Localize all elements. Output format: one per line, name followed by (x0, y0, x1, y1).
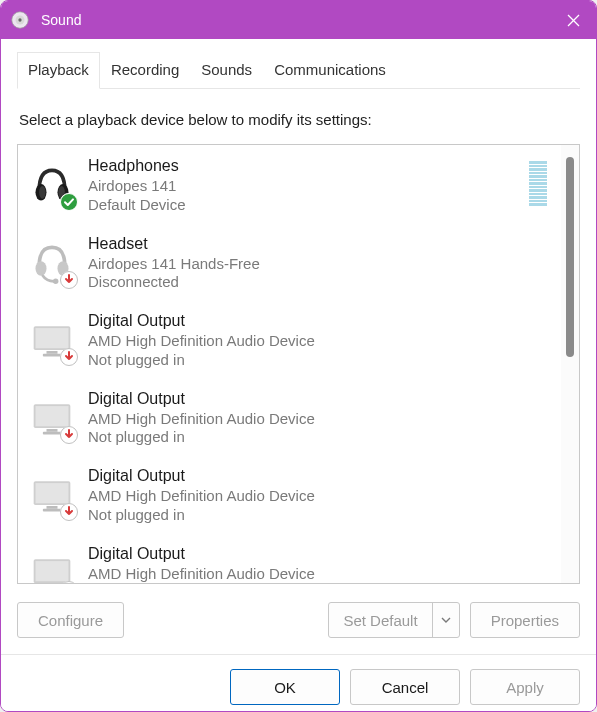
device-item[interactable]: HeadphonesAirdopes 141Default Device (18, 149, 561, 227)
list-buttons: Configure Set Default Properties (17, 602, 580, 638)
device-item[interactable]: Digital OutputAMD High Definition Audio … (18, 537, 561, 584)
instruction-text: Select a playback device below to modify… (19, 111, 578, 128)
device-status: Not plugged in (88, 428, 551, 445)
speaker-app-icon (11, 11, 29, 29)
device-subtitle: AMD High Definition Audio Device (88, 409, 551, 429)
monitor-grey-icon (28, 394, 76, 442)
volume-meter (529, 161, 547, 207)
check-badge-icon (60, 193, 78, 211)
device-name: Digital Output (88, 545, 551, 563)
apply-button[interactable]: Apply (470, 669, 580, 705)
device-name: Headset (88, 235, 551, 253)
svg-rect-15 (36, 328, 69, 348)
ok-button[interactable]: OK (230, 669, 340, 705)
content-area: Playback Recording Sounds Communications… (1, 39, 596, 654)
svg-point-12 (53, 278, 59, 284)
device-subtitle: Airdopes 141 (88, 176, 517, 196)
window-title: Sound (41, 12, 550, 28)
properties-button[interactable]: Properties (470, 602, 580, 638)
device-info: HeadsetAirdopes 141 Hands-FreeDisconnect… (88, 235, 551, 291)
device-subtitle: AMD High Definition Audio Device (88, 486, 551, 506)
device-name: Digital Output (88, 390, 551, 408)
close-button[interactable] (550, 1, 596, 39)
device-list[interactable]: HeadphonesAirdopes 141Default Device Hea… (18, 145, 561, 583)
headphones-dark-icon (28, 161, 76, 209)
device-info: Digital OutputAMD High Definition Audio … (88, 545, 551, 584)
headset-grey-icon (28, 239, 76, 287)
device-list-container: HeadphonesAirdopes 141Default Device Hea… (17, 144, 580, 584)
cancel-button[interactable]: Cancel (350, 669, 460, 705)
arrow-down-badge-icon (60, 426, 78, 444)
svg-rect-25 (36, 483, 69, 503)
svg-rect-22 (43, 431, 61, 434)
svg-rect-20 (36, 406, 69, 426)
monitor-grey-icon (28, 316, 76, 364)
device-status: Not plugged in (88, 506, 551, 523)
device-info: Digital OutputAMD High Definition Audio … (88, 467, 551, 523)
svg-point-10 (36, 261, 47, 276)
device-info: Digital OutputAMD High Definition Audio … (88, 312, 551, 368)
dialog-footer: OK Cancel Apply (1, 654, 596, 712)
svg-point-2 (18, 18, 21, 21)
set-default-label: Set Default (329, 603, 432, 637)
svg-rect-26 (47, 506, 58, 509)
device-name: Digital Output (88, 467, 551, 485)
device-item[interactable]: Digital OutputAMD High Definition Audio … (18, 304, 561, 382)
device-status: Default Device (88, 196, 517, 213)
monitor-grey-icon (28, 549, 76, 584)
tab-strip: Playback Recording Sounds Communications (17, 51, 580, 89)
scrollbar[interactable] (561, 145, 579, 583)
device-subtitle: AMD High Definition Audio Device (88, 564, 551, 584)
monitor-grey-icon (28, 471, 76, 519)
device-name: Digital Output (88, 312, 551, 330)
device-item[interactable]: Digital OutputAMD High Definition Audio … (18, 382, 561, 460)
svg-rect-30 (36, 561, 69, 581)
arrow-down-badge-icon (60, 348, 78, 366)
svg-rect-16 (47, 351, 58, 354)
arrow-down-badge-icon (60, 503, 78, 521)
device-status: Not plugged in (88, 351, 551, 368)
svg-rect-27 (43, 509, 61, 512)
device-info: Digital OutputAMD High Definition Audio … (88, 390, 551, 446)
set-default-button[interactable]: Set Default (328, 602, 459, 638)
tab-playback[interactable]: Playback (17, 52, 100, 89)
svg-point-9 (61, 194, 78, 211)
configure-button[interactable]: Configure (17, 602, 124, 638)
tab-recording[interactable]: Recording (100, 52, 190, 89)
tab-communications[interactable]: Communications (263, 52, 397, 89)
chevron-down-icon[interactable] (433, 617, 459, 623)
device-item[interactable]: HeadsetAirdopes 141 Hands-FreeDisconnect… (18, 227, 561, 305)
svg-point-33 (61, 581, 78, 583)
svg-rect-17 (43, 354, 61, 357)
scrollbar-thumb[interactable] (566, 157, 574, 357)
svg-point-7 (39, 186, 45, 199)
titlebar: Sound (1, 1, 596, 39)
device-subtitle: Airdopes 141 Hands-Free (88, 254, 551, 274)
device-info: HeadphonesAirdopes 141Default Device (88, 157, 517, 213)
device-item[interactable]: Digital OutputAMD High Definition Audio … (18, 459, 561, 537)
sound-dialog: Sound Playback Recording Sounds Communic… (0, 0, 597, 712)
device-subtitle: AMD High Definition Audio Device (88, 331, 551, 351)
svg-rect-21 (47, 429, 58, 432)
device-name: Headphones (88, 157, 517, 175)
arrow-down-badge-icon (60, 271, 78, 289)
device-status: Disconnected (88, 273, 551, 290)
tab-sounds[interactable]: Sounds (190, 52, 263, 89)
arrow-down-badge-icon (60, 581, 78, 584)
